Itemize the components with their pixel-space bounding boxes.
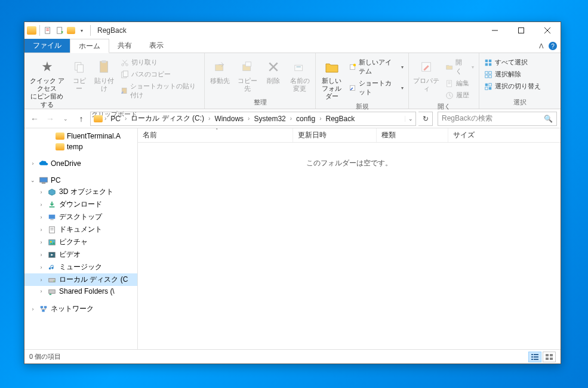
select-all-button[interactable]: すべて選択	[483, 57, 542, 68]
svg-rect-36	[485, 83, 488, 85]
collapse-ribbon-icon[interactable]: ᐱ	[539, 42, 544, 50]
statusbar: 0 個の項目	[24, 349, 561, 364]
select-none-button[interactable]: 選択解除	[483, 69, 542, 80]
svg-rect-13	[123, 70, 128, 76]
main-area: FluentTerminal.A temp ›OneDrive ⌄PC ›3D …	[24, 128, 561, 349]
crumb-config[interactable]: config	[294, 115, 318, 123]
refresh-button[interactable]: ↻	[418, 112, 433, 126]
svg-rect-61	[550, 354, 553, 356]
window-title: RegBack	[97, 26, 127, 35]
svg-rect-29	[489, 59, 491, 61]
svg-rect-58	[531, 359, 533, 360]
tab-home[interactable]: ホーム	[70, 39, 109, 53]
thumbnails-view-button[interactable]	[543, 352, 556, 362]
svg-rect-52	[44, 306, 47, 308]
content-pane[interactable]: ˄ 名前 更新日時 種類 サイズ このフォルダーは空です。	[138, 128, 561, 349]
svg-rect-39	[489, 87, 491, 89]
address-bar[interactable]: › PC› ローカル ディスク (C:)› Windows› System32›…	[90, 112, 416, 126]
shortcut-button[interactable]: ショートカット▾	[348, 78, 405, 98]
tab-file[interactable]: ファイル	[24, 39, 70, 53]
select-group-label: 選択	[483, 97, 557, 109]
qat-separator	[39, 25, 40, 36]
new-item-button[interactable]: 新しいアイテム▾	[348, 57, 405, 77]
svg-rect-51	[41, 306, 43, 308]
svg-rect-34	[485, 75, 488, 77]
qat-newfolder-icon[interactable]	[55, 25, 66, 36]
tree-pictures[interactable]: ›ピクチャ	[24, 236, 137, 248]
crumb-pc[interactable]: PC	[108, 115, 123, 123]
svg-rect-17	[245, 62, 251, 66]
invert-selection-button[interactable]: 選択の切り替え	[483, 81, 542, 92]
svg-rect-31	[489, 63, 491, 65]
qat-folder-icon[interactable]	[67, 27, 75, 34]
navigation-pane[interactable]: FluentTerminal.A temp ›OneDrive ⌄PC ›3D …	[24, 128, 138, 349]
copyto-button[interactable]: コピー先	[236, 56, 260, 93]
tree-desktop[interactable]: ›デスクトップ	[24, 211, 137, 223]
history-button[interactable]: 履歴	[444, 90, 475, 101]
svg-rect-53	[42, 309, 44, 312]
tree-videos[interactable]: ›ビデオ	[24, 248, 137, 261]
cut-button[interactable]: 切り取り	[119, 57, 201, 68]
paste-shortcut-button[interactable]: ショートカットの貼り付け	[119, 81, 201, 101]
svg-point-23	[353, 64, 356, 66]
tab-view[interactable]: 表示	[141, 39, 173, 53]
qat-properties-icon[interactable]	[43, 25, 54, 36]
search-icon[interactable]: 🔍	[544, 115, 553, 123]
svg-rect-59	[534, 359, 538, 360]
column-size[interactable]: サイズ	[448, 128, 561, 142]
svg-rect-42	[49, 214, 56, 218]
column-modified[interactable]: 更新日時	[293, 128, 377, 142]
svg-rect-60	[546, 354, 549, 356]
address-dropdown-icon[interactable]: ⌄	[405, 116, 415, 122]
svg-rect-62	[546, 358, 549, 360]
properties-button[interactable]: プロパティ	[412, 56, 441, 93]
search-input[interactable]: RegBackの検索 🔍	[438, 112, 557, 126]
pin-to-quick-access-button[interactable]: クイック アクセス にピン留めする	[28, 56, 66, 109]
tab-share[interactable]: 共有	[109, 39, 141, 53]
copy-path-button[interactable]: パスのコピー	[119, 69, 201, 80]
recent-dropdown-icon[interactable]: ⌄	[59, 112, 72, 125]
crumb-regback[interactable]: RegBack	[323, 115, 357, 123]
up-button[interactable]: ↑	[75, 112, 88, 125]
close-button[interactable]	[534, 22, 561, 39]
back-button[interactable]: ←	[28, 112, 41, 125]
forward-button[interactable]: →	[44, 112, 57, 125]
copy-button[interactable]: コピー	[70, 56, 89, 93]
delete-button[interactable]: 削除	[263, 56, 285, 85]
tree-sharedfolders[interactable]: ›Shared Folders (\	[24, 286, 137, 297]
column-type[interactable]: 種類	[377, 128, 448, 142]
crumb-localdisk[interactable]: ローカル ディスク (C:)	[128, 113, 207, 124]
moveto-button[interactable]: 移動先	[208, 56, 232, 85]
tree-3dobjects[interactable]: ›3D オブジェクト	[24, 186, 137, 198]
edit-button[interactable]: 編集	[444, 78, 475, 89]
tree-music[interactable]: ›ミュージック	[24, 261, 137, 273]
search-placeholder: RegBackの検索	[442, 113, 492, 124]
maximize-button[interactable]	[508, 22, 534, 39]
tree-downloads[interactable]: ›ダウンロード	[24, 198, 137, 211]
minimize-button[interactable]	[482, 22, 508, 39]
help-icon[interactable]: ?	[549, 42, 557, 50]
ribbon: クイック アクセス にピン留めする コピー 貼り付け 切り取り パスのコピー シ…	[24, 53, 561, 109]
qat-dropdown-icon[interactable]: ▾	[76, 25, 87, 36]
svg-rect-9	[101, 60, 106, 63]
tree-temp[interactable]: temp	[24, 141, 137, 152]
crumb-system32[interactable]: System32	[251, 115, 288, 123]
crumb-windows[interactable]: Windows	[212, 115, 246, 123]
details-view-button[interactable]	[528, 352, 541, 362]
tree-network[interactable]: ›ネットワーク	[24, 303, 137, 315]
tree-fluentterminal[interactable]: FluentTerminal.A	[24, 131, 137, 141]
rename-button[interactable]: 名前の 変更	[288, 56, 312, 93]
tree-documents[interactable]: ›ドキュメント	[24, 223, 137, 236]
tree-onedrive[interactable]: ›OneDrive	[24, 158, 137, 169]
svg-rect-32	[485, 71, 488, 73]
newfolder-button[interactable]: 新しい フォルダー	[319, 56, 344, 101]
svg-point-49	[54, 280, 55, 281]
svg-rect-35	[489, 75, 491, 77]
open-button[interactable]: 開く▾	[444, 57, 475, 77]
paste-button[interactable]: 貼り付け	[93, 56, 116, 93]
tree-localdisk[interactable]: ›ローカル ディスク (C	[24, 273, 137, 286]
tree-pc[interactable]: ⌄PC	[24, 175, 137, 186]
svg-rect-54	[531, 354, 533, 355]
svg-rect-1	[57, 27, 62, 34]
svg-rect-20	[295, 65, 303, 70]
